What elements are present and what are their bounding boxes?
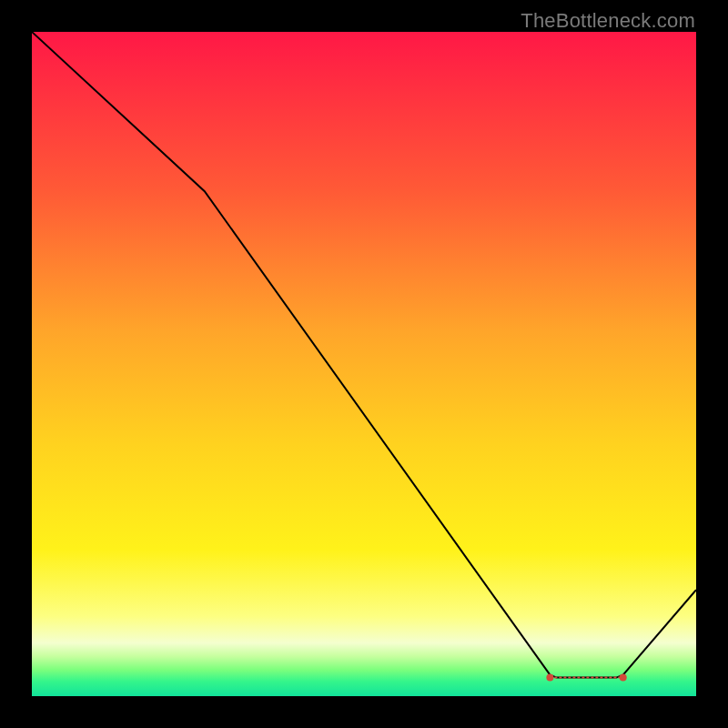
watermark-label: TheBottleneck.com — [521, 9, 695, 33]
plot-area — [32, 32, 696, 696]
svg-point-2 — [546, 674, 553, 682]
curve-line — [32, 32, 696, 678]
svg-point-3 — [620, 674, 627, 682]
chart-root: TheBottleneck.com — [0, 0, 728, 728]
chart-overlay — [32, 32, 696, 696]
